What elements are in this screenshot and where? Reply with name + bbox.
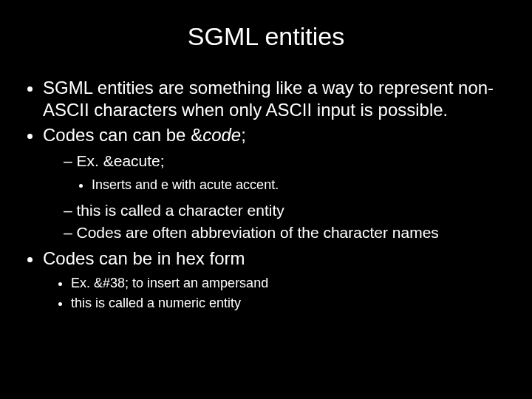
- sub-bullet-item: Ex. &eacute; Inserts and e with acute ac…: [64, 151, 510, 194]
- bullet-text: Codes can be in hex form: [43, 248, 245, 268]
- sub-bullet-text: Ex. &eacute;: [77, 152, 165, 169]
- subsub-bullet-list: Ex. &#38; to insert an ampersand this is…: [43, 274, 510, 312]
- subsub-bullet-item: Ex. &#38; to insert an ampersand: [71, 274, 510, 292]
- bullet-list: SGML entities are something like a way t…: [22, 77, 510, 312]
- bullet-code-italic: code: [202, 125, 241, 145]
- sub-bullet-text: this is called a character entity: [77, 202, 284, 219]
- subsub-bullet-text: Ex. &#38; to insert an ampersand: [71, 276, 268, 290]
- bullet-item: Codes can can be &code; Ex. &eacute; Ins…: [43, 124, 510, 243]
- subsub-bullet-text: Inserts and e with acute accent.: [92, 177, 279, 192]
- bullet-text: Codes can can be &: [43, 125, 202, 145]
- bullet-item: SGML entities are something like a way t…: [43, 77, 510, 121]
- subsub-bullet-text: this is called a numeric entity: [71, 296, 241, 310]
- sub-bullet-item: Codes are often abbreviation of the char…: [64, 222, 510, 243]
- subsub-bullet-item: Inserts and e with acute accent.: [92, 176, 510, 194]
- slide-title: SGML entities: [22, 22, 510, 51]
- bullet-item: Codes can be in hex form Ex. &#38; to in…: [43, 248, 510, 312]
- slide: SGML entities SGML entities are somethin…: [0, 0, 532, 399]
- sub-bullet-list: Ex. &eacute; Inserts and e with acute ac…: [43, 151, 510, 243]
- subsub-bullet-list: Inserts and e with acute accent.: [64, 176, 510, 194]
- bullet-text: ;: [241, 125, 246, 145]
- subsub-bullet-item: this is called a numeric entity: [71, 294, 510, 312]
- sub-bullet-text: Codes are often abbreviation of the char…: [77, 224, 439, 241]
- bullet-text: SGML entities are something like a way t…: [43, 78, 494, 120]
- sub-bullet-item: this is called a character entity: [64, 200, 510, 221]
